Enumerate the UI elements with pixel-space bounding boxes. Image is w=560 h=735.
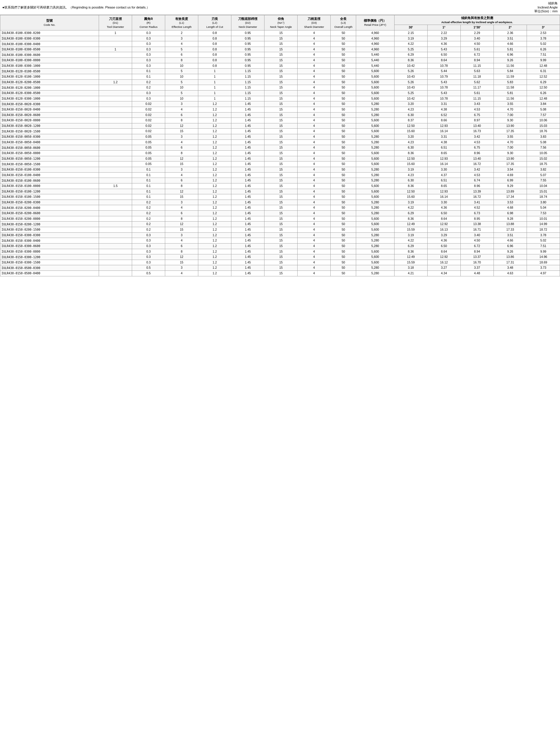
cell-a2: 6.96 (494, 52, 527, 58)
cell-a3: 6.26 (527, 90, 560, 96)
cell-l1: 6 (165, 112, 198, 118)
cell-d1 (99, 41, 132, 47)
cell-a30: 3.20 (394, 101, 427, 107)
cell-l3: 50 (331, 167, 356, 172)
cell-code: IULR430-0150-0100-0400 (0, 172, 99, 178)
cell-a1: 5.43 (427, 79, 460, 85)
cell-a3: 18.69 (527, 260, 560, 265)
cell-a3: 6.29 (527, 79, 560, 85)
cell-l1: 5 (165, 47, 198, 52)
th-d2: 刀頸底部桿徑 (D2) Neck Diameter (231, 15, 264, 30)
table-row: IULR430-0150-0200-06000.261.21.45154505,… (0, 211, 560, 216)
cell-code: IULR430-0100-0300-1000 (0, 63, 99, 69)
cell-l2: 1.2 (198, 260, 231, 265)
cell-na: 15 (264, 183, 298, 189)
cell-l3: 50 (331, 90, 356, 96)
cell-d1 (99, 63, 132, 69)
cell-a2: 4.70 (494, 139, 527, 145)
cell-l2: 1.2 (198, 199, 231, 205)
cell-a1-30: 13.38 (460, 221, 494, 227)
cell-a30: 6.29 (394, 211, 427, 216)
table-row: IULR430-0150-0020-08000.0281.21.45154505… (0, 118, 560, 123)
cell-a2: 7.00 (494, 145, 527, 151)
cell-a1-30: 13.40 (460, 123, 494, 129)
cell-code: IULR430-0150-0020-0600 (0, 112, 99, 118)
cell-code: IULR430-0100-0300-0800 (0, 58, 99, 63)
cell-a1-30: 4.53 (460, 107, 494, 112)
cell-a30: 15.59 (394, 227, 427, 232)
cell-l2: 1.2 (198, 238, 231, 243)
cell-price: 5,280 (356, 238, 394, 243)
cell-l1: 4 (165, 107, 198, 112)
cell-na: 15 (264, 271, 298, 276)
cell-a30: 8.36 (394, 216, 427, 221)
cell-l2: 1.2 (198, 118, 231, 123)
header-row-1: 型號 Code No. 刀刃直徑 (D1) Tool Diameter 圓角R … (0, 15, 560, 25)
cell-r: 0.3 (132, 30, 165, 36)
cell-d3: 4 (298, 260, 331, 265)
th-na: 仰角 (NA°) Neck Taper Angle (264, 15, 298, 30)
cell-a2: 3.55 (494, 101, 527, 107)
cell-d1 (99, 194, 132, 200)
cell-l2: 1.2 (198, 101, 231, 107)
cell-a1-30: 13.39 (460, 189, 494, 194)
cell-a1: 12.92 (427, 221, 460, 227)
cell-a1-30: 8.94 (460, 249, 494, 254)
cell-a2: 3.48 (494, 265, 527, 271)
cell-a30: 15.59 (394, 260, 427, 265)
cell-l2: 1.2 (198, 112, 231, 118)
cell-na: 15 (264, 52, 298, 58)
cell-a1-30: 8.97 (460, 118, 494, 123)
cell-na: 15 (264, 101, 298, 107)
cell-l1: 15 (165, 194, 198, 200)
cell-a1: 3.31 (427, 134, 460, 140)
cell-d2: 0.95 (231, 63, 264, 69)
cell-d3: 4 (298, 118, 331, 123)
cell-a1-30: 8.94 (460, 58, 494, 63)
cell-na: 15 (264, 151, 298, 156)
cell-a1-30: 16.70 (460, 260, 494, 265)
cell-a1: 6.51 (427, 178, 460, 183)
cell-price: 5,280 (356, 271, 394, 276)
cell-r: 0.3 (132, 41, 165, 47)
cell-price: 5,600 (356, 254, 394, 260)
cell-a1-30: 2.29 (460, 30, 494, 36)
th-angle-3: 3° (527, 25, 560, 30)
cell-l1: 10 (165, 74, 198, 80)
cell-l1: 5 (165, 69, 198, 74)
cell-a2: 17.35 (494, 129, 527, 134)
cell-d1 (99, 199, 132, 205)
cell-a1-30: 4.48 (460, 271, 494, 276)
cell-a3: 7.56 (527, 145, 560, 151)
cell-a3: 15.01 (527, 189, 560, 194)
cell-a1: 6.52 (427, 112, 460, 118)
cell-l2: 1.2 (198, 183, 231, 189)
cell-a30: 4.23 (394, 172, 427, 178)
cell-l3: 50 (331, 85, 356, 91)
cell-r: 0.02 (132, 123, 165, 129)
cell-d3: 4 (298, 47, 331, 52)
cell-price: 5,600 (356, 260, 394, 265)
cell-r: 0.3 (132, 249, 165, 254)
cell-a1: 12.92 (427, 254, 460, 260)
cell-a1: 10.79 (427, 74, 460, 80)
table-row: IULR430-0120-0200-05001.20.2511.15154505… (0, 79, 560, 85)
cell-l1: 3 (165, 36, 198, 41)
cell-d1 (99, 172, 132, 178)
cell-d2: 1.45 (231, 161, 264, 167)
cell-r: 0.3 (132, 243, 165, 249)
th-r: 圓角R (R) Corner Radius (132, 15, 165, 30)
cell-a2: 4.68 (494, 205, 527, 211)
cell-price: 5,280 (356, 211, 394, 216)
cell-a3: 4.97 (527, 271, 560, 276)
cell-l1: 15 (165, 161, 198, 167)
cell-na: 15 (264, 90, 298, 96)
cell-d2: 1.15 (231, 90, 264, 96)
cell-d1 (99, 265, 132, 271)
cell-d2: 1.45 (231, 221, 264, 227)
cell-l3: 50 (331, 101, 356, 107)
cell-d1 (99, 232, 132, 238)
table-row: IULR430-0150-0300-08000.381.21.45154505,… (0, 249, 560, 254)
cell-a2: 4.69 (494, 172, 527, 178)
cell-a1-30: 11.18 (460, 74, 494, 80)
